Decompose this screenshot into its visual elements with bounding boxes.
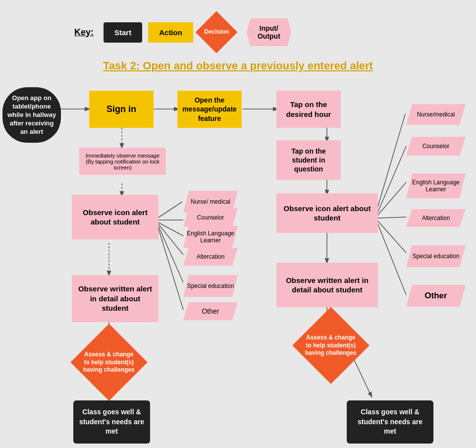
key-action: Action — [148, 22, 193, 43]
key-start: Start — [104, 22, 142, 43]
svg-line-13 — [158, 202, 182, 218]
observe-icon-left-node: Observe icon alert about student — [72, 195, 159, 239]
altercation-right-node: Altercation — [406, 209, 466, 227]
flowchart-container: { "key": { "label": "Key:", "start_label… — [0, 0, 476, 448]
tap-hour-node: Tap on the desired hour — [276, 91, 341, 128]
svg-line-23 — [377, 221, 406, 253]
assess-left-node: Assess & change to help student(s) havin… — [77, 330, 141, 394]
counselor-left-node: Counselor — [183, 208, 238, 227]
key-label: Key: — [74, 27, 94, 38]
class-left-node: Class goes well & student's needs are me… — [73, 400, 150, 444]
svg-line-19 — [377, 114, 405, 208]
svg-line-22 — [377, 217, 406, 218]
key-decision: Decision — [195, 11, 237, 54]
svg-line-17 — [158, 224, 183, 282]
svg-line-15 — [158, 222, 183, 236]
altercation-left-node: Altercation — [183, 248, 238, 266]
tap-student-node: Tap on the student in question — [276, 140, 341, 180]
key-io: Input/ Output — [247, 18, 291, 46]
key-area: Key: Start Action Decision Input/ Output — [74, 15, 291, 50]
special-ed-right-node: Special education — [406, 245, 466, 267]
immediately-observe-node: Immediately observe message (By tapping … — [79, 148, 166, 175]
special-ed-left-node: Special education — [183, 275, 238, 297]
svg-line-24 — [377, 223, 406, 295]
class-right-node: Class goes well & student's needs are me… — [347, 400, 433, 444]
observe-written-right-node: Observe written alert in detail about st… — [276, 263, 378, 307]
open-app-node: Open app on tablet/phone while in hallwa… — [2, 87, 61, 143]
task-title: Task 2: Open and observe a previously en… — [103, 59, 373, 72]
ell-left-node: English Language Learner — [183, 226, 238, 248]
observe-icon-right-node: Observe icon alert about student — [276, 193, 378, 233]
nurse-right-node: Nurse/medical — [406, 104, 466, 125]
open-message-node: Open the message/update feature — [177, 91, 242, 128]
observe-written-left-node: Observe written alert in detail about st… — [72, 275, 159, 322]
other-right-node: Other — [406, 285, 466, 307]
ell-right-node: English Language Learner — [406, 173, 466, 198]
svg-line-20 — [377, 146, 406, 213]
svg-line-21 — [377, 182, 406, 216]
other-left-node: Other — [183, 302, 238, 320]
assess-right-node: Assess & change to help student(s) havin… — [304, 318, 358, 373]
svg-line-18 — [158, 225, 183, 310]
sign-in-node: Sign in — [89, 91, 154, 128]
counselor-right-node: Counselor — [406, 137, 466, 156]
svg-line-16 — [158, 223, 183, 255]
